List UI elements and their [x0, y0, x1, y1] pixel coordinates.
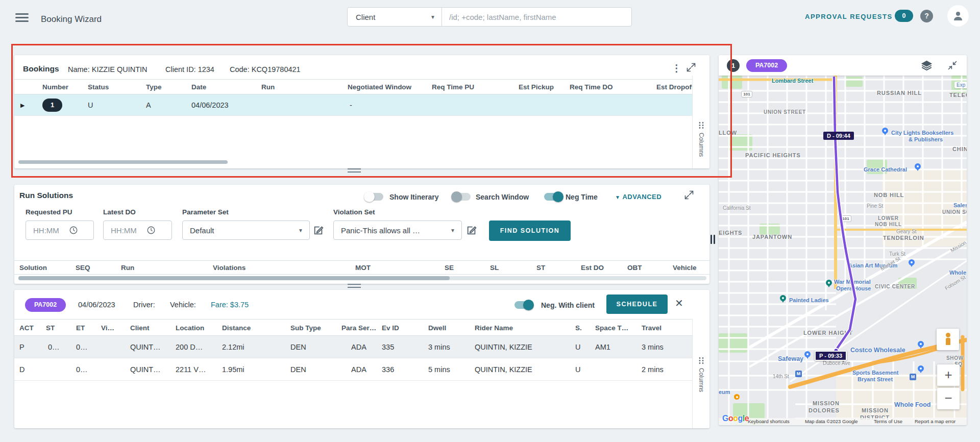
expand-panel-icon[interactable]: [684, 190, 694, 202]
find-solution-button[interactable]: FIND SOLUTION: [489, 220, 571, 241]
itinerary-column-header[interactable]: Sub Type: [290, 320, 321, 336]
itinerary-column-header[interactable]: S.: [575, 320, 582, 336]
solutions-column-header[interactable]: MOT: [355, 261, 371, 275]
pegman-control[interactable]: [937, 329, 959, 350]
itinerary-column-header[interactable]: Para Ser…: [341, 320, 376, 336]
show-itinerary-toggle[interactable]: [365, 193, 383, 201]
itinerary-column-header[interactable]: Space T…: [595, 320, 628, 336]
itinerary-column-header[interactable]: Travel: [642, 320, 662, 336]
attribution-link[interactable]: Report a map error: [915, 419, 955, 424]
close-icon[interactable]: ✕: [675, 297, 683, 309]
parameter-set-select[interactable]: Default ▼: [182, 220, 310, 240]
edit-parameter-set-icon[interactable]: [313, 225, 324, 238]
schedule-button[interactable]: SCHEDULE: [606, 294, 668, 314]
dropoff-marker[interactable]: D - 09:44: [823, 132, 854, 140]
requested-pu-label: Requested PU: [26, 208, 72, 216]
google-logo[interactable]: Google: [722, 414, 749, 423]
grid-handle-icon[interactable]: [698, 357, 704, 364]
collapse-map-icon[interactable]: [947, 60, 958, 72]
kebab-menu-icon[interactable]: ⋮: [672, 63, 681, 73]
neg-time-label: Neg Time: [566, 192, 598, 202]
pickup-marker[interactable]: P - 09:33: [815, 351, 847, 361]
columns-button[interactable]: Columns: [698, 368, 705, 392]
itinerary-column-header[interactable]: Rider Name: [475, 320, 513, 336]
panel-resize-handle[interactable]: [348, 284, 361, 288]
neg-with-client-label: Neg. With client: [541, 300, 595, 310]
client-name: Name: KIZZIE QUINTIN: [68, 65, 148, 73]
bookings-column-header[interactable]: Req Time PU: [432, 80, 474, 94]
neg-time-toggle[interactable]: [544, 193, 562, 201]
itinerary-column-header[interactable]: Ev ID: [382, 320, 399, 336]
pegman-icon: [945, 333, 950, 346]
bookings-column-header[interactable]: Status: [88, 80, 109, 94]
itinerary-column-header[interactable]: ACT: [19, 320, 34, 336]
solutions-column-header[interactable]: SL: [490, 261, 499, 275]
split-drag-handle[interactable]: [710, 235, 717, 246]
zoom-out-button[interactable]: −: [937, 388, 960, 409]
bookings-column-header[interactable]: Number: [42, 80, 68, 94]
itinerary-cell: U: [575, 358, 580, 381]
search-input[interactable]: [442, 8, 631, 26]
zoom-in-button[interactable]: +: [937, 364, 960, 386]
grid-handle-icon[interactable]: [698, 121, 704, 129]
bookings-column-header[interactable]: Run: [261, 80, 275, 94]
client-id: Client ID: 1234: [165, 65, 214, 73]
requested-pu-field: [26, 220, 94, 240]
horizontal-scrollbar[interactable]: [18, 160, 228, 164]
run-badge[interactable]: PA7002: [25, 298, 66, 312]
horizontal-scrollbar-track[interactable]: [18, 276, 706, 280]
requested-pu-input[interactable]: [33, 226, 69, 235]
bookings-column-header[interactable]: Type: [146, 80, 162, 94]
solutions-column-header[interactable]: OBT: [627, 261, 642, 275]
solutions-column-header[interactable]: Violations: [213, 261, 246, 275]
solutions-column-header[interactable]: Est DO: [581, 261, 604, 275]
itinerary-column-header[interactable]: Dwell: [428, 320, 446, 336]
attribution-link[interactable]: Terms of Use: [874, 419, 902, 424]
itinerary-column-header[interactable]: Vi…: [101, 320, 114, 336]
bookings-column-header[interactable]: Est Pickup: [519, 80, 554, 94]
itinerary-cell: 2211 V…: [176, 358, 206, 381]
bookings-table-row[interactable]: ▶ 1UA04/06/2023-: [14, 94, 692, 116]
search-window-toggle[interactable]: [452, 193, 471, 201]
map-run-badge[interactable]: PA7002: [746, 59, 787, 72]
itinerary-column-header[interactable]: ST: [46, 320, 55, 336]
solutions-column-header[interactable]: SE: [445, 261, 454, 275]
itinerary-column-header[interactable]: Location: [176, 320, 204, 336]
expand-panel-icon[interactable]: [686, 62, 696, 75]
bookings-column-header[interactable]: Req Time DO: [570, 80, 613, 94]
latest-do-input[interactable]: [111, 226, 146, 235]
itinerary-cell: 5 mins: [428, 358, 450, 381]
search-category-select[interactable]: Client ▼: [348, 8, 442, 26]
itinerary-column-header[interactable]: Distance: [222, 320, 251, 336]
hamburger-menu-icon[interactable]: [15, 13, 29, 22]
help-icon[interactable]: ?: [920, 10, 933, 22]
attribution-link[interactable]: Keyboard shortcuts: [748, 419, 790, 424]
solutions-column-header[interactable]: Solution: [19, 261, 47, 275]
solutions-column-header[interactable]: Run: [121, 261, 134, 275]
row-expander-icon[interactable]: ▶: [20, 94, 24, 116]
caret-down-icon: ▼: [615, 194, 620, 200]
solutions-column-header[interactable]: Vehicle: [673, 261, 697, 275]
attribution-link[interactable]: Map data ©2023 Google: [805, 419, 858, 424]
bookings-column-header[interactable]: Negotiated Window: [348, 80, 411, 94]
solutions-column-header[interactable]: SEQ: [76, 261, 90, 275]
advanced-dropdown[interactable]: ▼ADVANCED: [615, 192, 662, 203]
bookings-column-header[interactable]: Est Dropoff: [656, 80, 692, 94]
solutions-column-header[interactable]: ST: [536, 261, 545, 275]
layers-icon[interactable]: [921, 60, 933, 73]
itinerary-column-header[interactable]: ET: [76, 320, 85, 336]
columns-button[interactable]: Columns: [698, 133, 705, 157]
map-toolbar: 1 PA7002: [719, 55, 967, 76]
edit-violation-set-icon[interactable]: [466, 225, 477, 238]
approval-requests-link[interactable]: APPROVAL REQUESTS: [805, 11, 893, 22]
violation-set-select[interactable]: Panic-This allows all … ▼: [333, 220, 462, 240]
itinerary-row-pickup[interactable]: P0…0…QUINT…200 D…2.12miDENADA3353 minsQU…: [14, 336, 692, 358]
itinerary-column-header[interactable]: Client: [130, 320, 150, 336]
user-avatar[interactable]: [947, 5, 969, 27]
horizontal-scrollbar-thumb[interactable]: [18, 276, 450, 280]
neg-with-client-toggle[interactable]: [514, 301, 533, 309]
bookings-column-header[interactable]: Date: [191, 80, 206, 94]
panel-resize-handle[interactable]: [348, 168, 361, 173]
map-canvas[interactable]: Lombard StreetExpTELEGRAFRUSSIAN HILLUNI…: [719, 55, 967, 425]
itinerary-row-dropoff[interactable]: D0…QUINT…2211 V…1.95miDENADA3365 minsQUI…: [14, 358, 692, 381]
